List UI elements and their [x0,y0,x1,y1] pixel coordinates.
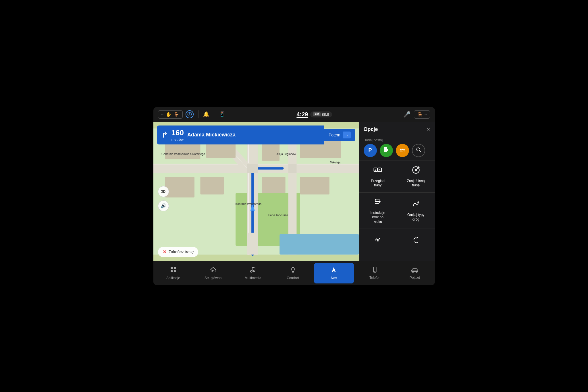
top-bar-center: 4:29 FM 88.8 [296,111,332,118]
postoj-parking-button[interactable]: P [364,144,377,157]
svg-rect-22 [279,234,359,255]
przeglad-label: Przeglądtrasy [371,179,385,188]
opcje-panel: Opcje × Dodaj postój P 🍽 [359,122,435,261]
omijaj-item[interactable]: Omijaj typydróg [397,193,435,229]
seat-icon: ✋ [166,112,171,117]
nav-distance-block: 160 metrów [171,128,184,142]
znajdz-inna-trase-item[interactable]: Znajdź innątrasę [397,161,435,192]
nav-item-telefon[interactable]: Telefon [355,261,395,285]
svg-rect-15 [200,177,224,194]
svg-point-51 [416,271,417,273]
nav-unit: metrów [171,137,184,142]
search-icon [416,147,421,154]
svg-marker-46 [332,267,336,272]
home-label: Str. główna [205,276,221,280]
aplikacje-label: Aplikacje [166,276,180,280]
left-status-box[interactable]: -- ✋ 🪑 [158,110,183,119]
main-screen: -- ✋ 🪑 🔔 📱 4:29 FM 88.8 🎤 [153,107,435,285]
divider2 [214,110,214,118]
mic-icon[interactable]: 🎤 [403,111,410,118]
svg-rect-17 [300,177,329,194]
nav-label: Nav [331,276,337,280]
radio-info[interactable]: FM 88.8 [310,111,332,117]
nav-item-pojazd[interactable]: Pojazd [395,261,435,285]
svg-point-41 [250,271,252,272]
car-icon [411,267,419,275]
nav-active-icon[interactable] [186,110,194,118]
seat-right-icon: 🪑 [417,112,423,117]
apps-icon [170,266,177,275]
home-icon [210,266,217,275]
end-x-icon: ✕ [163,249,166,255]
nav-instruction-bar: ↱ 160 metrów Adama Mickiewicza Potem → [157,125,355,144]
right-status-box[interactable]: 🪑 -- [414,110,430,119]
svg-point-24 [417,148,420,151]
dash-left: -- [161,112,164,117]
bell-icon[interactable]: 🔔 [203,111,209,117]
potem-button[interactable]: Potem → [324,129,355,141]
sound-button[interactable]: 🔊 [158,200,169,211]
nav-item-aplikacje[interactable]: Aplikacje [153,261,193,285]
nav-item-nav[interactable]: Nav [314,263,354,283]
nav-main-card: ↱ 160 metrów Adama Mickiewicza [157,125,324,144]
right-dash: -- [425,112,427,117]
svg-rect-39 [174,270,176,272]
znajdz-icon [411,165,421,177]
svg-rect-36 [171,267,173,269]
fm-badge: FM [313,112,321,116]
nav-item-home[interactable]: Str. główna [193,261,233,285]
svg-rect-14 [165,177,194,197]
svg-rect-13 [288,163,296,173]
dodaj-postoj-label: Dodaj postój [359,135,435,144]
opcja6-icon [411,235,421,246]
opcje-title: Opcje [364,126,378,132]
sound-icon: 🔊 [161,203,166,208]
postoj-fuel-button[interactable] [380,144,393,157]
fuel-icon [383,146,390,154]
phone-nav-icon [372,267,378,275]
pojazd-label: Pojazd [410,276,420,280]
postoj-search-button[interactable] [412,144,425,157]
przeglad-trasy-item[interactable]: A B Przeglądtrasy [359,161,397,192]
instrukcje-label: Instrukcjekrok pokroku [371,211,385,224]
svg-text:B: B [379,169,380,171]
nav-item-multimedia[interactable]: Multimedia [233,261,273,285]
svg-rect-38 [171,270,173,272]
3d-button[interactable]: 3D [158,186,169,197]
postoj-food-button[interactable]: 🍽 [396,144,409,157]
food-icon: 🍽 [400,147,405,153]
opcje-close-button[interactable]: × [427,126,430,133]
potem-label: Potem [329,133,340,137]
svg-rect-16 [262,177,285,193]
map-area[interactable]: Generała Władysława Sikorskiego Aleja Le… [153,122,359,261]
instrukcje-icon [373,197,382,208]
svg-point-42 [253,270,255,272]
telefon-label: Telefon [369,276,381,280]
svg-rect-12 [247,163,258,173]
nav-item-comfort[interactable]: Comfort [273,261,313,285]
parking-icon: P [368,147,372,153]
clock: 4:29 [296,111,308,118]
radio-freq: 88.8 [322,112,329,117]
comfort-icon [290,266,296,275]
phone-icon[interactable]: 📱 [219,111,225,117]
opcja5-item[interactable] [359,229,397,255]
divider1 [198,110,198,118]
przeglad-icon: A B [373,165,382,177]
opcje-grid: A B Przeglądtrasy [359,161,435,255]
nav-icon [330,266,337,275]
end-route-button[interactable]: ✕ Zakończ trasę [158,247,198,257]
svg-rect-37 [174,267,176,269]
omijaj-icon [411,199,421,211]
seat2-icon: 🪑 [174,112,180,117]
opcja6-item[interactable] [397,229,435,255]
potem-icon: → [343,132,351,138]
bottom-nav: Aplikacje Str. główna Multimedia [153,261,435,285]
svg-point-48 [375,271,375,272]
instrukcje-item[interactable]: Instrukcjekrok pokroku [359,193,397,229]
comfort-label: Comfort [287,276,299,280]
nav-street: Adama Mickiewicza [187,132,236,138]
svg-point-50 [412,271,414,273]
znajdz-label: Znajdź innątrasę [407,179,425,188]
svg-text:A: A [375,169,376,171]
